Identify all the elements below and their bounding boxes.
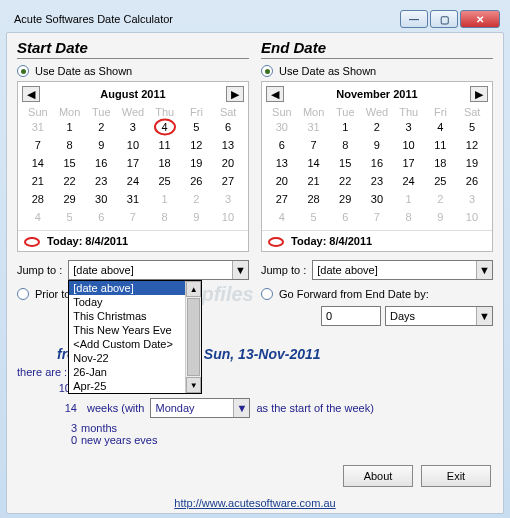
calendar-day[interactable]: 29 [54, 190, 86, 208]
exit-button[interactable]: Exit [421, 465, 491, 487]
calendar-day[interactable]: 4 [22, 208, 54, 226]
end-today-row[interactable]: Today: 8/4/2011 [262, 230, 492, 251]
calendar-day[interactable]: 9 [361, 136, 393, 154]
calendar-day[interactable]: 9 [424, 208, 456, 226]
calendar-day[interactable]: 1 [329, 118, 361, 136]
start-month-label[interactable]: August 2011 [40, 88, 226, 100]
calendar-day[interactable]: 13 [266, 154, 298, 172]
start-prior-radio[interactable] [17, 288, 29, 300]
calendar-day[interactable]: 11 [424, 136, 456, 154]
calendar-day[interactable]: 24 [393, 172, 425, 190]
maximize-button[interactable]: ▢ [430, 10, 458, 28]
calendar-day[interactable]: 24 [117, 172, 149, 190]
calendar-day[interactable]: 16 [85, 154, 117, 172]
end-forward-radio[interactable] [261, 288, 273, 300]
calendar-day[interactable]: 1 [54, 118, 86, 136]
calendar-day[interactable]: 5 [180, 118, 212, 136]
calendar-day[interactable]: 15 [54, 154, 86, 172]
calendar-day[interactable]: 1 [149, 190, 181, 208]
dropdown-item[interactable]: Nov-22 [69, 351, 185, 365]
end-use-shown-radio[interactable] [261, 65, 273, 77]
calendar-day[interactable]: 30 [361, 190, 393, 208]
calendar-day[interactable]: 16 [361, 154, 393, 172]
close-button[interactable]: ✕ [460, 10, 500, 28]
scroll-up-icon[interactable]: ▲ [186, 281, 201, 297]
calendar-day[interactable]: 2 [361, 118, 393, 136]
calendar-day[interactable]: 1 [393, 190, 425, 208]
calendar-day[interactable]: 20 [266, 172, 298, 190]
calendar-day[interactable]: 25 [424, 172, 456, 190]
calendar-day[interactable]: 19 [180, 154, 212, 172]
calendar-day[interactable]: 8 [149, 208, 181, 226]
dropdown-item[interactable]: Today [69, 295, 185, 309]
calendar-day[interactable]: 2 [180, 190, 212, 208]
calendar-day[interactable]: 7 [22, 136, 54, 154]
calendar-day[interactable]: 2 [85, 118, 117, 136]
calendar-day[interactable]: 6 [85, 208, 117, 226]
calendar-day[interactable]: 20 [212, 154, 244, 172]
prev-month-button[interactable]: ◀ [266, 86, 284, 102]
calendar-day[interactable]: 5 [54, 208, 86, 226]
calendar-day[interactable]: 29 [329, 190, 361, 208]
calendar-day[interactable]: 31 [117, 190, 149, 208]
dropdown-item[interactable]: <Add Custom Date> [69, 337, 185, 351]
calendar-day[interactable]: 8 [393, 208, 425, 226]
calendar-day[interactable]: 5 [456, 118, 488, 136]
calendar-day[interactable]: 14 [298, 154, 330, 172]
calendar-day[interactable]: 26 [180, 172, 212, 190]
calendar-day[interactable]: 8 [329, 136, 361, 154]
dropdown-item[interactable]: This Christmas [69, 309, 185, 323]
calendar-day[interactable]: 26 [456, 172, 488, 190]
calendar-day[interactable]: 7 [361, 208, 393, 226]
next-month-button[interactable]: ▶ [226, 86, 244, 102]
calendar-day[interactable]: 18 [424, 154, 456, 172]
calendar-day[interactable]: 27 [212, 172, 244, 190]
calendar-day[interactable]: 28 [298, 190, 330, 208]
homepage-link[interactable]: http://www.acutesoftware.com.au [174, 497, 335, 509]
scroll-down-icon[interactable]: ▼ [186, 377, 201, 393]
calendar-day[interactable]: 12 [180, 136, 212, 154]
next-month-button[interactable]: ▶ [470, 86, 488, 102]
calendar-day[interactable]: 18 [149, 154, 181, 172]
calendar-day[interactable]: 6 [329, 208, 361, 226]
calendar-day[interactable]: 2 [424, 190, 456, 208]
calendar-day[interactable]: 4 [149, 118, 181, 136]
calendar-day[interactable]: 28 [22, 190, 54, 208]
about-button[interactable]: About [343, 465, 413, 487]
forward-value-input[interactable] [321, 306, 381, 326]
calendar-day[interactable]: 3 [393, 118, 425, 136]
end-month-label[interactable]: November 2011 [284, 88, 470, 100]
calendar-day[interactable]: 22 [54, 172, 86, 190]
calendar-day[interactable]: 10 [117, 136, 149, 154]
calendar-day[interactable]: 5 [298, 208, 330, 226]
calendar-day[interactable]: 9 [180, 208, 212, 226]
start-today-row[interactable]: Today: 8/4/2011 [18, 230, 248, 251]
calendar-day[interactable]: 3 [212, 190, 244, 208]
calendar-day[interactable]: 17 [393, 154, 425, 172]
calendar-day[interactable]: 31 [22, 118, 54, 136]
forward-unit-combo[interactable]: Days ▼ [385, 306, 493, 326]
prev-month-button[interactable]: ◀ [22, 86, 40, 102]
calendar-day[interactable]: 4 [424, 118, 456, 136]
calendar-day[interactable]: 10 [212, 208, 244, 226]
calendar-day[interactable]: 30 [266, 118, 298, 136]
calendar-day[interactable]: 10 [393, 136, 425, 154]
calendar-day[interactable]: 10 [456, 208, 488, 226]
calendar-day[interactable]: 23 [85, 172, 117, 190]
calendar-day[interactable]: 19 [456, 154, 488, 172]
week-start-combo[interactable]: Monday ▼ [150, 398, 250, 418]
calendar-day[interactable]: 25 [149, 172, 181, 190]
dropdown-scrollbar[interactable]: ▲ ▼ [185, 281, 201, 393]
calendar-day[interactable]: 31 [298, 118, 330, 136]
calendar-day[interactable]: 11 [149, 136, 181, 154]
calendar-day[interactable]: 14 [22, 154, 54, 172]
calendar-day[interactable]: 7 [298, 136, 330, 154]
calendar-day[interactable]: 12 [456, 136, 488, 154]
calendar-day[interactable]: 22 [329, 172, 361, 190]
calendar-day[interactable]: 4 [266, 208, 298, 226]
calendar-day[interactable]: 8 [54, 136, 86, 154]
end-jump-combo[interactable]: [date above] ▼ [312, 260, 493, 280]
start-use-shown-radio[interactable] [17, 65, 29, 77]
start-jump-combo[interactable]: [date above] ▼ [date above]TodayThis Chr… [68, 260, 249, 280]
calendar-day[interactable]: 3 [117, 118, 149, 136]
